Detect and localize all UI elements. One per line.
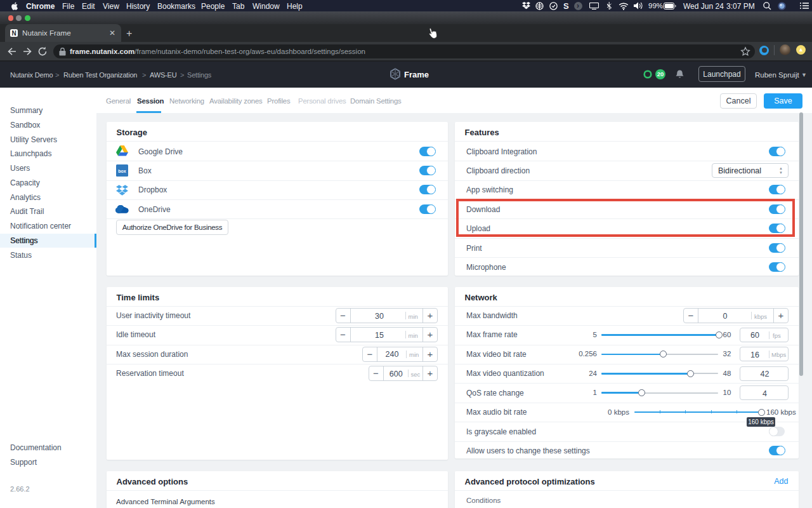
svg-text:box: box bbox=[118, 169, 126, 173]
